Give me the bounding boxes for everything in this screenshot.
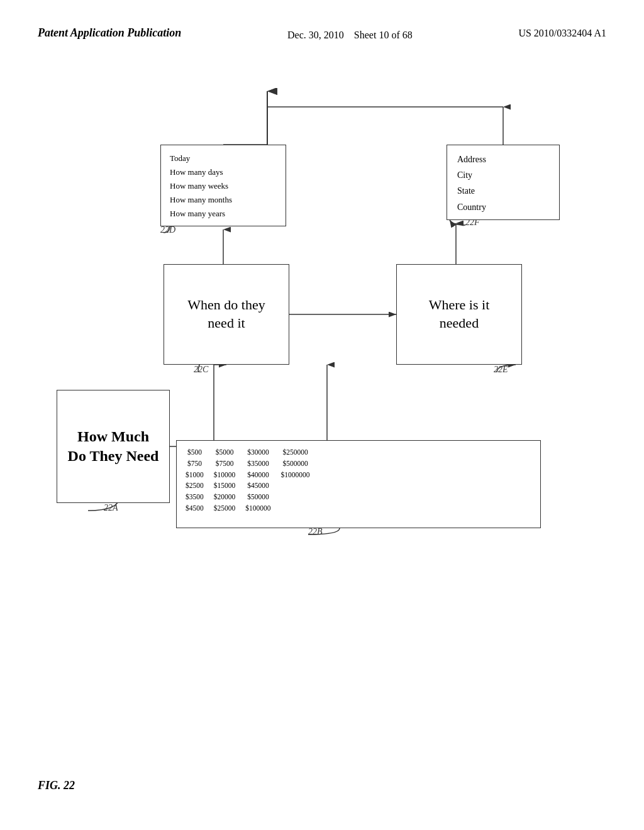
box-22d-line3: How many weeks (170, 179, 228, 193)
amount-10: $15000 (214, 480, 236, 492)
amount-12: $25000 (214, 503, 236, 514)
box-22d: Today How many days How many weeks How m… (160, 145, 286, 226)
box-22b: $500 $750 $1000 $2500 $3500 $4500 $5000 … (176, 440, 541, 528)
svg-text:22C: 22C (194, 365, 209, 374)
amount-2: $750 (186, 458, 204, 470)
amount-17: $50000 (245, 492, 270, 503)
sheet-info: Sheet 10 of 68 (354, 30, 413, 40)
amount-1: $500 (186, 447, 204, 458)
amount-15: $40000 (245, 470, 270, 481)
box-22c-text: When do theyneed it (187, 296, 265, 332)
box-22d-line5: How many years (170, 207, 225, 221)
header-center: Dec. 30, 2010 Sheet 10 of 68 (287, 25, 413, 43)
amount-16: $45000 (245, 480, 270, 492)
svg-text:22B: 22B (308, 527, 323, 536)
box-22f-line2: City (457, 167, 472, 183)
box-22e: Where is itneeded (396, 264, 522, 365)
svg-text:22D: 22D (160, 225, 175, 235)
box-22b-amounts: $500 $750 $1000 $2500 $3500 $4500 $5000 … (186, 447, 280, 523)
patent-number: US 2010/0332404 A1 (518, 25, 606, 39)
box-22d-line2: How many days (170, 165, 223, 179)
publication-date: Dec. 30, 2010 (287, 30, 344, 40)
amount-9: $10000 (214, 470, 236, 481)
amount-21: $1000000 (281, 470, 310, 481)
amount-13: $30000 (245, 447, 270, 458)
amount-8: $7500 (214, 458, 236, 470)
svg-text:22E: 22E (494, 365, 508, 374)
box-22e-text: Where is itneeded (429, 296, 490, 332)
svg-text:22A: 22A (104, 503, 118, 512)
box-22a: How MuchDo They Need (57, 390, 170, 503)
amount-3: $1000 (186, 470, 204, 481)
box-22d-line4: How many months (170, 193, 232, 207)
box-22f-line1: Address (457, 152, 486, 167)
amount-20: $500000 (281, 458, 310, 470)
box-22a-text: How MuchDo They Need (68, 427, 159, 466)
page-header: Patent Application Publication Dec. 30, … (0, 25, 644, 43)
figure-diagram: 22A 22C 22B 22D 22E 22F (38, 88, 619, 767)
box-22f: Address City State Country (447, 145, 560, 220)
box-22f-line4: Country (457, 199, 486, 215)
publication-title: Patent Application Publication (38, 25, 181, 41)
box-22c: When do theyneed it (164, 264, 289, 365)
amount-4: $2500 (186, 480, 204, 492)
amount-18: $100000 (245, 503, 270, 514)
amount-7: $5000 (214, 447, 236, 458)
amount-5: $3500 (186, 492, 204, 503)
figure-label: FIG. 22 (38, 779, 75, 792)
amount-14: $35000 (245, 458, 270, 470)
amount-11: $20000 (214, 492, 236, 503)
amount-19: $250000 (281, 447, 310, 458)
amount-6: $4500 (186, 503, 204, 514)
box-22f-line3: State (457, 183, 475, 199)
box-22d-line1: Today (170, 152, 190, 165)
